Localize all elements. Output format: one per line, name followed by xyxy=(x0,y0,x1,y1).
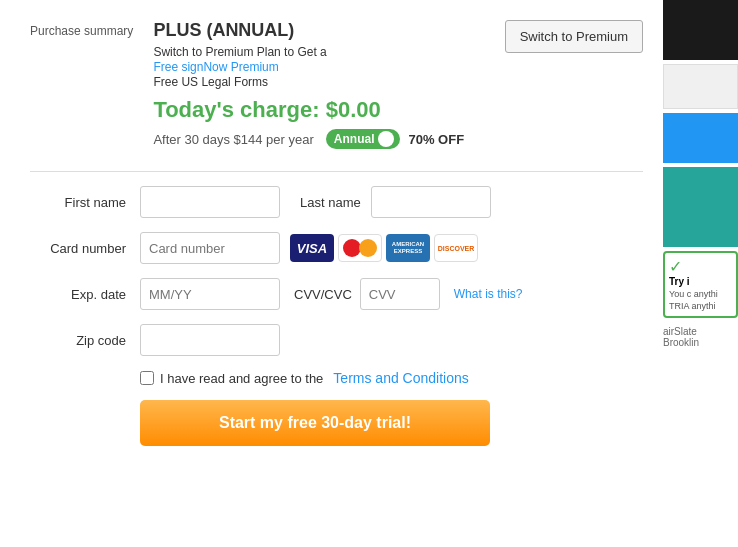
cvv-label: CVV/CVC xyxy=(294,287,352,302)
first-name-label: First name xyxy=(30,195,140,210)
mastercard-icon xyxy=(338,234,382,262)
annual-toggle[interactable]: Annual xyxy=(326,129,401,149)
sidebar-try-box: ✓ Try i You c anythi TRIA anythi xyxy=(663,251,738,318)
purchase-summary-label: Purchase summary xyxy=(30,20,133,38)
card-number-input[interactable] xyxy=(140,232,280,264)
first-name-input[interactable] xyxy=(140,186,280,218)
exp-date-input[interactable] xyxy=(140,278,280,310)
agree-checkbox[interactable] xyxy=(140,371,154,385)
exp-date-label: Exp. date xyxy=(30,287,140,302)
promo-line1: Switch to Premium Plan to Get a xyxy=(153,45,464,59)
promo-line2: Free US Legal Forms xyxy=(153,75,464,89)
promo-link[interactable]: Free signNow Premium xyxy=(153,60,278,74)
terms-link[interactable]: Terms and Conditions xyxy=(333,370,468,386)
zip-code-row: Zip code xyxy=(30,324,643,356)
form-divider xyxy=(30,171,643,172)
cvv-input[interactable] xyxy=(360,278,440,310)
zip-code-input[interactable] xyxy=(140,324,280,356)
last-name-label: Last name xyxy=(300,195,371,210)
switch-premium-button[interactable]: Switch to Premium xyxy=(505,20,643,53)
plan-title: PLUS (ANNUAL) xyxy=(153,20,464,41)
sidebar-footer: airSlate Brooklin xyxy=(663,322,738,352)
sidebar-black-block xyxy=(663,0,738,60)
sidebar-blue-block xyxy=(663,113,738,163)
visa-icon: VISA xyxy=(290,234,334,262)
toggle-label: Annual xyxy=(334,132,375,146)
after-days-text: After 30 days $144 per year xyxy=(153,132,313,147)
toggle-circle xyxy=(378,131,394,147)
try-description: You c anythi TRIA anythi xyxy=(669,289,732,312)
discount-label: 70% OFF xyxy=(408,132,464,147)
name-row: First name Last name xyxy=(30,186,643,218)
try-heading: Try i xyxy=(669,276,732,287)
sidebar-white-block xyxy=(663,64,738,109)
card-number-row: Card number VISA AMERICANEXPRESS DISCOVE… xyxy=(30,232,643,264)
shield-check-icon: ✓ xyxy=(669,257,732,276)
amex-icon: AMERICANEXPRESS xyxy=(386,234,430,262)
zip-code-label: Zip code xyxy=(30,333,140,348)
start-trial-button[interactable]: Start my free 30-day trial! xyxy=(140,400,490,446)
discover-icon: DISCOVER xyxy=(434,234,478,262)
card-icons: VISA AMERICANEXPRESS DISCOVER xyxy=(290,234,478,262)
card-number-label: Card number xyxy=(30,241,140,256)
exp-cvv-row: Exp. date CVV/CVC What is this? xyxy=(30,278,643,310)
right-sidebar: ✓ Try i You c anythi TRIA anythi airSlat… xyxy=(663,0,738,547)
what-is-this-link[interactable]: What is this? xyxy=(454,287,523,301)
todays-charge: Today's charge: $0.00 xyxy=(153,97,464,123)
sidebar-teal-block xyxy=(663,167,738,247)
agree-text: I have read and agree to the xyxy=(160,371,323,386)
terms-row: I have read and agree to the Terms and C… xyxy=(140,370,643,386)
last-name-input[interactable] xyxy=(371,186,491,218)
